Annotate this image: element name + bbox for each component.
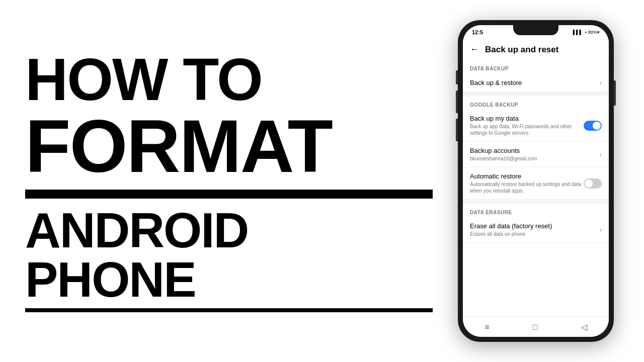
automatic-restore-title: Automatic restore [470, 172, 584, 180]
screen-content: ← Back up and reset DATA BACKUP Back up … [463, 39, 609, 317]
signal-icon: ▌▌▌ [573, 30, 583, 35]
phone-screen: 12:5 ▌▌▌ ▪ 80%▾ ← Back up and reset [463, 25, 609, 337]
notch [513, 25, 558, 35]
backup-restore-content: Back up & restore [470, 79, 595, 86]
backup-my-data-toggle[interactable] [584, 121, 602, 131]
backup-my-data-content: Back up my data Back up app data, Wi-Fi … [470, 115, 584, 136]
section-spacer-1 [463, 92, 609, 96]
toggle-knob-on [593, 122, 601, 130]
backup-my-data-subtitle: Back up app data, Wi-Fi passwords and ot… [470, 123, 584, 136]
phone-mockup: 12:5 ▌▌▌ ▪ 80%▾ ← Back up and reset [458, 20, 614, 342]
divider-bar-top [25, 190, 433, 199]
backup-accounts-content: Backup accounts bkumarsharma16@gmail.com [470, 147, 595, 162]
factory-reset-chevron: › [599, 226, 602, 234]
wifi-icon: ▪ [585, 30, 587, 35]
toggle-knob-off [585, 179, 593, 188]
backup-restore-title: Back up & restore [470, 79, 595, 86]
power-button [614, 80, 616, 106]
app-bar: ← Back up and reset [463, 39, 609, 60]
status-icons: ▌▌▌ ▪ 80%▾ [573, 30, 600, 35]
status-bar: 12:5 ▌▌▌ ▪ 80%▾ [463, 25, 609, 39]
factory-reset-item[interactable]: Erase all data (factory reset) Erases al… [463, 217, 609, 243]
factory-reset-subtitle: Erases all data on phone [470, 231, 595, 237]
automatic-restore-content: Automatic restore Automatically restore … [470, 172, 584, 194]
backup-accounts-subtitle: bkumarsharma16@gmail.com [470, 155, 595, 162]
backup-my-data-title: Back up my data [470, 115, 584, 122]
nav-back-icon[interactable]: ◁ [581, 322, 587, 332]
automatic-restore-item[interactable]: Automatic restore Automatically restore … [463, 167, 609, 200]
backup-restore-chevron: › [599, 78, 602, 86]
bottom-nav: ≡ □ ◁ [463, 317, 609, 337]
divider-bar-bottom [25, 308, 433, 312]
backup-accounts-item[interactable]: Backup accounts bkumarsharma16@gmail.com… [463, 142, 609, 167]
backup-restore-item[interactable]: Back up & restore › [463, 73, 609, 92]
left-section: HOW TO FORMAT ANDROID PHONE [0, 0, 438, 362]
automatic-restore-toggle[interactable] [584, 178, 602, 189]
backup-accounts-chevron: › [599, 150, 602, 158]
backup-my-data-item[interactable]: Back up my data Back up app data, Wi-Fi … [463, 110, 609, 142]
status-time: 12:5 [472, 29, 483, 35]
section-label-data-backup: DATA BACKUP [463, 60, 609, 73]
battery-icon: 80%▾ [588, 30, 600, 35]
back-button[interactable]: ← [470, 44, 479, 55]
nav-menu-icon[interactable]: ≡ [485, 323, 489, 332]
factory-reset-content: Erase all data (factory reset) Erases al… [470, 222, 595, 237]
section-spacer-2 [463, 200, 609, 204]
factory-reset-title: Erase all data (factory reset) [470, 222, 595, 230]
app-bar-title: Back up and reset [485, 45, 558, 55]
volume-up-button [456, 90, 458, 113]
android-phone-text: ANDROID PHONE [25, 206, 418, 304]
volume-down-button [456, 119, 458, 141]
nav-home-icon[interactable]: □ [533, 323, 538, 332]
settings-list: DATA BACKUP Back up & restore › GOOGLE B… [463, 60, 609, 243]
format-text: FORMAT [25, 109, 332, 184]
section-label-data-erasure: DATA ERASURE [463, 204, 609, 217]
how-to-text: HOW TO [25, 50, 262, 109]
section-label-google-backup: GOOGLE BACKUP [463, 96, 609, 110]
automatic-restore-subtitle: Automatically restore backed up settings… [470, 181, 584, 194]
right-section: 12:5 ▌▌▌ ▪ 80%▾ ← Back up and reset [438, 0, 644, 362]
backup-accounts-title: Backup accounts [470, 147, 595, 154]
volume-silent-button [456, 70, 458, 84]
